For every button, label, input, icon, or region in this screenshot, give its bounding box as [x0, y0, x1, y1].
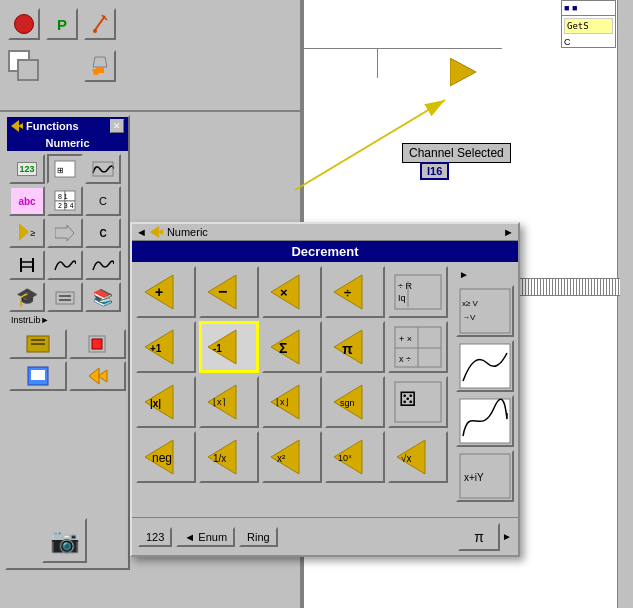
- fn-signal1[interactable]: [47, 250, 83, 280]
- popup-subtract[interactable]: −: [199, 266, 259, 318]
- popup-product[interactable]: π: [325, 321, 385, 373]
- popup-right-arrow-up[interactable]: ►: [456, 266, 472, 282]
- popup-right-complex[interactable]: x+iY: [456, 450, 514, 502]
- fn-bot-2[interactable]: [69, 329, 127, 359]
- svg-text:1/x: 1/x: [213, 453, 226, 464]
- fn-bot-4[interactable]: [69, 361, 127, 391]
- fn-books[interactable]: 📚: [85, 282, 121, 312]
- popup-rand[interactable]: ⚄: [388, 376, 448, 428]
- fn-ladder[interactable]: [9, 250, 45, 280]
- camera-button[interactable]: 📷: [42, 518, 87, 563]
- svg-text:→V: →V: [462, 313, 476, 322]
- gets-label: GetS: [567, 21, 589, 31]
- svg-text:2 3 4: 2 3 4: [58, 202, 74, 209]
- complex-icon: x+iY: [459, 453, 511, 499]
- popup-square[interactable]: x²: [262, 431, 322, 483]
- svg-marker-9: [11, 120, 19, 132]
- popup-increment[interactable]: +1: [136, 321, 196, 373]
- curve2-icon: [459, 398, 511, 444]
- instr-lib-label[interactable]: InstrLib►: [7, 313, 128, 327]
- popup-bottom-arrow[interactable]: ►: [502, 531, 512, 542]
- popup-quotient[interactable]: ÷ R Iq: [388, 266, 448, 318]
- paint-bucket-icon: [89, 55, 111, 77]
- fn-abc[interactable]: abc: [9, 186, 45, 216]
- fn-row-3: ≥ C: [7, 217, 128, 249]
- dropper-tool[interactable]: [84, 8, 116, 40]
- popup-right-convert[interactable]: x≥ V →V: [456, 285, 514, 337]
- functions-numeric-tab[interactable]: Numeric: [7, 135, 128, 151]
- scrollbar-right[interactable]: [617, 0, 633, 608]
- popup-right-curve1[interactable]: [456, 340, 514, 392]
- fn-array[interactable]: 8 1 2 3 4: [47, 186, 83, 216]
- divide-icon: ÷: [334, 273, 376, 311]
- svg-marker-8: [92, 69, 100, 75]
- functions-close-btn[interactable]: ✕: [110, 119, 124, 133]
- popup-matrix[interactable]: + × x ÷: [388, 321, 448, 373]
- fn-bot-1[interactable]: [9, 329, 67, 359]
- negate-icon: neg: [145, 438, 187, 476]
- popup-bottom-123[interactable]: 123: [138, 527, 172, 547]
- popup-abs[interactable]: |x|: [136, 376, 196, 428]
- rand-icon: ⚄: [394, 381, 442, 423]
- add-icon: +: [145, 273, 187, 311]
- red-circle-tool[interactable]: [8, 8, 40, 40]
- popup-back-arrow[interactable]: ◄: [136, 226, 147, 238]
- subtract-icon: −: [208, 273, 250, 311]
- popup-trunc[interactable]: ⌊x⌋: [262, 376, 322, 428]
- popup-sqrtx[interactable]: √x: [388, 431, 448, 483]
- bot3-icon: [26, 364, 50, 388]
- popup-menu-label: Numeric: [167, 226, 208, 238]
- functions-titlebar: Functions ✕: [7, 117, 128, 135]
- popup-pow10[interactable]: 10ˣ: [325, 431, 385, 483]
- popup-titlebar: Decrement: [132, 241, 518, 262]
- fn-counter[interactable]: ⊞: [47, 154, 83, 184]
- popup-round[interactable]: ⌊x⌉: [199, 376, 259, 428]
- fn-arrow[interactable]: [47, 218, 83, 248]
- round-icon: ⌊x⌉: [208, 383, 250, 421]
- popup-divide[interactable]: ÷: [325, 266, 385, 318]
- fn-cblock[interactable]: C: [85, 218, 121, 248]
- popup-bottom-enum[interactable]: ◄ Enum: [176, 527, 235, 547]
- fn-row-2: abc 8 1 2 3 4 C: [7, 185, 128, 217]
- fn-c[interactable]: C: [85, 186, 121, 216]
- abs-icon: |x|: [145, 383, 187, 421]
- popup-right-col: ► x≥ V →V: [456, 266, 514, 502]
- popup-decrement[interactable]: -1: [199, 321, 259, 373]
- popup-nav-arrow[interactable]: ►: [503, 226, 514, 238]
- popup-add[interactable]: +: [136, 266, 196, 318]
- popup-sum[interactable]: Σ: [262, 321, 322, 373]
- popup-pi-button[interactable]: π: [458, 523, 500, 551]
- svg-marker-21: [55, 225, 74, 241]
- popup-recip[interactable]: 1/x: [199, 431, 259, 483]
- functions-title-group: Functions: [11, 120, 79, 132]
- fn-123[interactable]: 123: [9, 154, 45, 184]
- matrix-icon: + × x ÷: [394, 326, 442, 368]
- svg-rect-35: [31, 370, 45, 380]
- svg-text:×: ×: [280, 285, 288, 300]
- svg-text:÷: ÷: [344, 285, 351, 300]
- signal1-icon: [54, 256, 76, 274]
- fn-signal2[interactable]: [85, 250, 121, 280]
- paint-bucket-tool[interactable]: [84, 50, 116, 82]
- fn-hat[interactable]: 🎓: [9, 282, 45, 312]
- popup-negate[interactable]: neg: [136, 431, 196, 483]
- multiply-icon: ×: [271, 273, 313, 311]
- fn-wave[interactable]: [85, 154, 121, 184]
- popup-bottom-ring[interactable]: Ring: [239, 527, 278, 547]
- popup-menu-icon: [150, 225, 164, 239]
- fn-tools[interactable]: [47, 282, 83, 312]
- svg-text:x ÷: x ÷: [399, 354, 411, 364]
- popup-multiply[interactable]: ×: [262, 266, 322, 318]
- popup-right-curve2[interactable]: [456, 395, 514, 447]
- bot4-icon: [85, 364, 109, 388]
- fn-compare[interactable]: ≥: [9, 218, 45, 248]
- connector-dots: ■ ■: [564, 3, 577, 13]
- square-icon: x²: [271, 438, 313, 476]
- square-gray[interactable]: [17, 59, 39, 81]
- popup-sign[interactable]: sgn: [325, 376, 385, 428]
- p-tool[interactable]: P: [46, 8, 78, 40]
- svg-text:|x|: |x|: [150, 398, 161, 409]
- svg-point-4: [93, 29, 97, 33]
- fn-bot-3[interactable]: [9, 361, 67, 391]
- svg-text:π: π: [342, 341, 353, 357]
